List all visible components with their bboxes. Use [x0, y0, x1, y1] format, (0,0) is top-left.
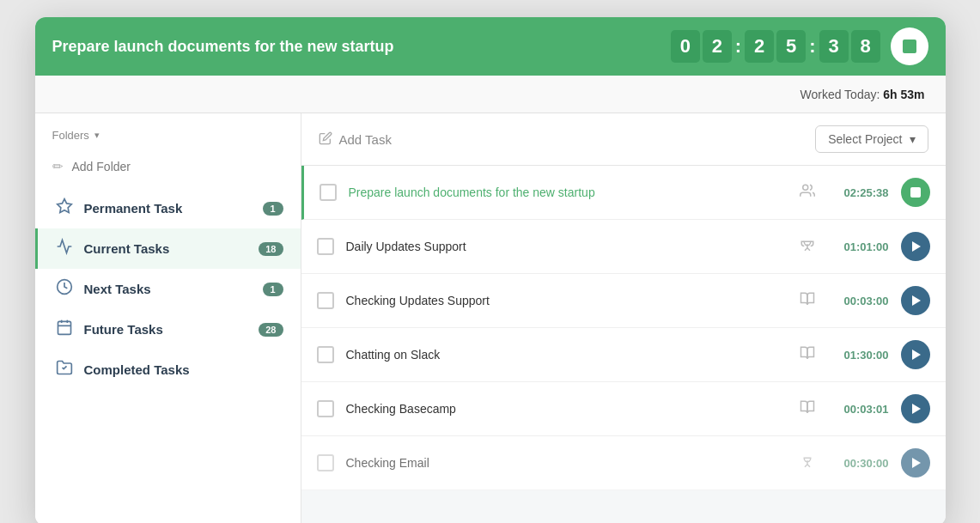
sidebar-badge-next: 1 [263, 283, 283, 296]
task-checkbox-1[interactable] [317, 238, 334, 255]
table-row: Checking Email 00:30:00 [301, 436, 946, 490]
task-list: Prepare launch documents for the new sta… [301, 166, 946, 490]
task-checkbox-5[interactable] [317, 454, 334, 471]
select-project-label: Select Project [828, 132, 902, 146]
stop-icon-header [903, 40, 916, 53]
svg-marker-0 [57, 199, 71, 213]
add-task-button[interactable]: Add Task [319, 131, 802, 148]
sidebar-badge-future: 28 [259, 323, 283, 337]
book-icon-3 [798, 345, 817, 365]
table-row: Checking Updates Support 00:03:00 [301, 274, 946, 328]
task-play-button-3[interactable] [901, 340, 930, 369]
book-icon-2 [798, 291, 817, 311]
folders-header[interactable]: Folders ▾ [35, 129, 301, 152]
timer-digit-3: 5 [776, 30, 806, 63]
select-project-button[interactable]: Select Project ▾ [815, 125, 928, 153]
star-icon [55, 198, 74, 219]
stop-icon-0 [910, 187, 921, 198]
timer-digit-2: 2 [745, 30, 774, 63]
trophy-icon-5 [798, 453, 817, 473]
people-icon [798, 183, 817, 203]
timer-colon-2: : [809, 35, 815, 58]
header: Prepare launch documents for the new sta… [35, 17, 946, 76]
task-checkbox-0[interactable] [320, 184, 337, 201]
task-time-1: 01:01:00 [829, 240, 889, 253]
sidebar-badge-permanent: 1 [263, 202, 283, 216]
timer-display: 0 2 : 2 5 : 3 8 [671, 30, 880, 63]
app-window: Prepare launch documents for the new sta… [35, 17, 946, 523]
svg-point-6 [802, 185, 807, 190]
table-row: Daily Updates Support 01:01:00 [301, 220, 946, 274]
sidebar-item-label: Permanent Task [84, 201, 253, 216]
task-play-button-4[interactable] [901, 394, 930, 423]
task-play-button-1[interactable] [901, 232, 930, 261]
task-time-2: 00:03:00 [829, 295, 889, 307]
sidebar-item-label-future: Future Tasks [84, 322, 249, 337]
timer-digit-0: 0 [671, 30, 700, 63]
inbox-icon [55, 238, 74, 259]
sidebar-item-current-tasks[interactable]: Current Tasks 18 [35, 228, 301, 269]
folders-label: Folders [52, 129, 89, 142]
play-icon-1 [912, 241, 921, 252]
calendar-icon [55, 319, 74, 340]
book-icon-4 [798, 399, 817, 419]
add-task-label: Add Task [339, 132, 392, 147]
trophy-icon [798, 237, 817, 257]
task-name-2: Checking Updates Support [346, 294, 786, 307]
edit-icon: ✏ [52, 159, 64, 174]
task-play-button-5[interactable] [901, 448, 930, 477]
task-name-0: Prepare launch documents for the new sta… [349, 185, 786, 199]
task-name-3: Chatting on Slack [346, 348, 786, 362]
table-row: Chatting on Slack 01:30:00 [301, 328, 946, 382]
timer-digit-4: 3 [819, 30, 849, 63]
clock-icon [55, 278, 74, 300]
subheader: Worked Today: 6h 53m [35, 76, 946, 113]
sidebar-item-next-tasks[interactable]: Next Tasks 1 [35, 269, 301, 309]
timer-digit-5: 8 [851, 30, 880, 63]
edit-task-icon [319, 131, 332, 148]
task-name-4: Checking Basecamp [346, 402, 786, 416]
task-checkbox-4[interactable] [317, 400, 334, 417]
sidebar-item-label-current: Current Tasks [84, 241, 249, 256]
task-name-5: Checking Email [346, 456, 786, 470]
sidebar-badge-current: 18 [259, 242, 283, 256]
stop-button-header[interactable] [891, 27, 928, 65]
add-folder-label: Add Folder [72, 160, 131, 173]
play-icon-3 [912, 350, 921, 360]
play-icon-4 [912, 404, 921, 414]
sidebar-item-label-next: Next Tasks [84, 282, 253, 296]
task-play-button-2[interactable] [901, 286, 930, 315]
sidebar-item-future-tasks[interactable]: Future Tasks 28 [35, 309, 301, 350]
timer-digit-1: 2 [703, 30, 732, 63]
content-area: Add Task Select Project ▾ Prepare launch… [301, 113, 946, 523]
table-row: Checking Basecamp 00:03:01 [301, 382, 946, 436]
task-stop-button-0[interactable] [901, 178, 930, 207]
chevron-down-icon-project: ▾ [910, 132, 916, 146]
play-icon-2 [912, 295, 921, 306]
chevron-down-icon: ▾ [94, 130, 100, 141]
sidebar: Folders ▾ ✏ Add Folder Permanent Task 1 [35, 113, 301, 523]
sidebar-item-completed-tasks[interactable]: Completed Tasks [35, 350, 301, 390]
check-folder-icon [55, 359, 74, 380]
task-time-5: 00:30:00 [829, 457, 889, 470]
main-layout: Folders ▾ ✏ Add Folder Permanent Task 1 [35, 113, 946, 523]
task-checkbox-3[interactable] [317, 346, 334, 363]
worked-today: Worked Today: 6h 53m [800, 88, 924, 101]
svg-rect-2 [58, 321, 70, 334]
add-folder-row[interactable]: ✏ Add Folder [35, 152, 301, 188]
task-name-1: Daily Updates Support [346, 240, 786, 253]
header-right: 0 2 : 2 5 : 3 8 [671, 27, 928, 65]
play-icon-5 [912, 458, 921, 468]
table-row: Prepare launch documents for the new sta… [301, 166, 946, 220]
content-toolbar: Add Task Select Project ▾ [301, 113, 946, 166]
sidebar-item-permanent-task[interactable]: Permanent Task 1 [35, 188, 301, 228]
header-title: Prepare launch documents for the new sta… [52, 38, 394, 56]
task-time-3: 01:30:00 [829, 349, 889, 362]
task-time-4: 00:03:01 [829, 403, 889, 416]
timer-colon-1: : [735, 35, 741, 58]
task-checkbox-2[interactable] [317, 292, 334, 309]
sidebar-item-label-completed: Completed Tasks [84, 362, 283, 377]
task-time-0: 02:25:38 [829, 186, 889, 199]
